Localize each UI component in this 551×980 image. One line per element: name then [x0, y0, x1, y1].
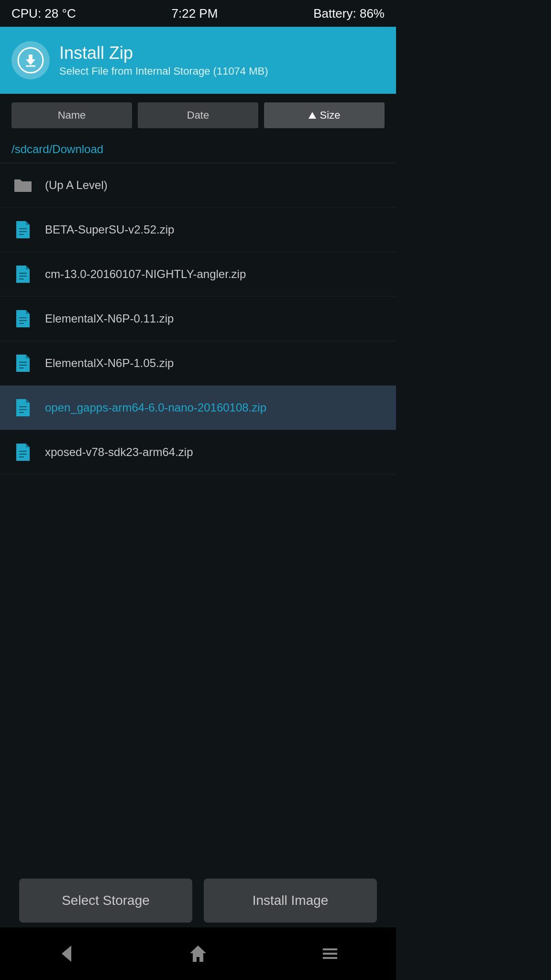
file-icon	[11, 218, 34, 241]
page-title: Install Zip	[59, 43, 268, 63]
file-icon	[11, 263, 34, 286]
svg-rect-22	[323, 948, 337, 950]
home-icon	[188, 944, 208, 964]
file-name: BETA-SuperSU-v2.52.zip	[45, 223, 174, 236]
sort-size-button[interactable]: Size	[264, 102, 385, 128]
select-storage-button[interactable]: Select Storage	[19, 879, 192, 923]
time-status: 7:22 PM	[171, 6, 218, 21]
svg-rect-23	[323, 953, 337, 955]
file-icon	[11, 352, 34, 375]
list-item[interactable]: xposed-v78-sdk23-arm64.zip	[0, 430, 396, 475]
svg-marker-20	[62, 946, 71, 962]
back-button[interactable]	[46, 934, 86, 973]
sort-date-button[interactable]: Date	[138, 102, 258, 128]
file-icon	[11, 396, 34, 419]
menu-icon	[320, 944, 340, 964]
cpu-status: CPU: 28 °C	[11, 6, 76, 21]
list-item[interactable]: (Up A Level)	[0, 163, 396, 208]
file-path: /sdcard/Download	[0, 137, 396, 163]
list-item[interactable]: BETA-SuperSU-v2.52.zip	[0, 208, 396, 252]
list-item[interactable]: ElementalX-N6P-1.05.zip	[0, 341, 396, 386]
sort-size-label: Size	[320, 109, 341, 122]
sort-arrow-icon	[309, 112, 316, 119]
list-item[interactable]: cm-13.0-20160107-NIGHTLY-angler.zip	[0, 252, 396, 297]
sort-date-label: Date	[187, 109, 209, 122]
file-name: ElementalX-N6P-1.05.zip	[45, 356, 174, 370]
file-name: ElementalX-N6P-0.11.zip	[45, 312, 174, 325]
file-icon	[11, 441, 34, 464]
home-button[interactable]	[178, 934, 218, 973]
file-icon	[11, 307, 34, 330]
file-name: cm-13.0-20160107-NIGHTLY-angler.zip	[45, 267, 246, 281]
header: Install Zip Select File from Internal St…	[0, 27, 396, 94]
list-item[interactable]: open_gapps-arm64-6.0-nano-20160108.zip	[0, 386, 396, 430]
app-icon	[11, 41, 50, 79]
header-text: Install Zip Select File from Internal St…	[59, 43, 268, 78]
file-name: xposed-v78-sdk23-arm64.zip	[45, 445, 193, 459]
content-area: Name Date Size /sdcard/Download (Up A Le…	[0, 94, 396, 927]
sort-name-label: Name	[58, 109, 86, 122]
back-icon	[56, 944, 76, 964]
install-image-button[interactable]: Install Image	[204, 879, 377, 923]
status-bar: CPU: 28 °C 7:22 PM Battery: 86%	[0, 0, 396, 27]
nav-bar	[0, 927, 396, 980]
file-name: open_gapps-arm64-6.0-nano-20160108.zip	[45, 401, 266, 414]
sort-name-button[interactable]: Name	[11, 102, 132, 128]
page-subtitle: Select File from Internal Storage (11074…	[59, 65, 268, 78]
file-list: (Up A Level) BETA-SuperSU-v2.52.zip cm-1…	[0, 163, 396, 475]
svg-rect-24	[323, 957, 337, 959]
bottom-buttons: Select Storage Install Image	[0, 879, 396, 923]
battery-status: Battery: 86%	[313, 6, 385, 21]
svg-marker-21	[190, 946, 206, 962]
list-item[interactable]: ElementalX-N6P-0.11.zip	[0, 297, 396, 341]
install-zip-icon	[17, 47, 44, 74]
menu-button[interactable]	[310, 934, 350, 973]
sort-controls: Name Date Size	[0, 94, 396, 137]
file-name: (Up A Level)	[45, 178, 108, 192]
folder-icon	[11, 174, 34, 197]
